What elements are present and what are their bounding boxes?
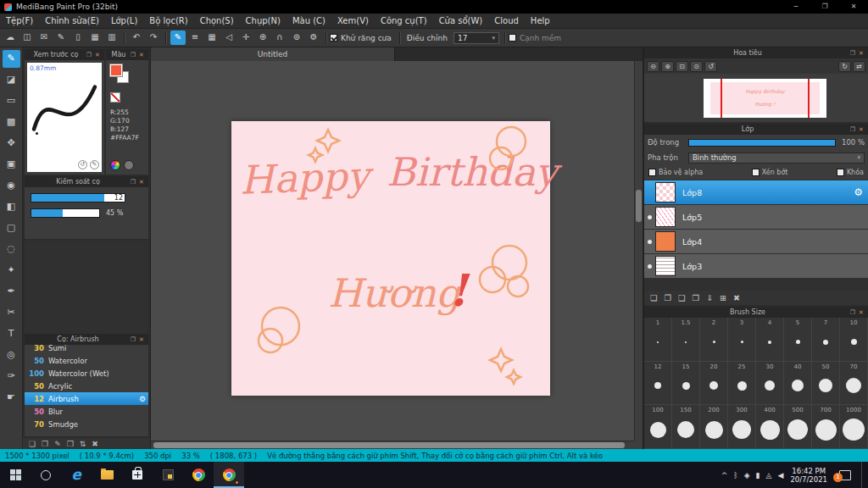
network-icon[interactable]: ◬	[766, 471, 772, 480]
menu-select[interactable]: Chọn(S)	[194, 14, 240, 29]
canvas-viewport[interactable]: Happy Birthday Hương !	[151, 61, 643, 449]
layer-visibility-dot[interactable]	[648, 191, 652, 195]
brush-size-cell[interactable]: 10	[840, 318, 868, 362]
cross-ruler-icon[interactable]: ✛	[238, 30, 253, 45]
panel-popout-icon[interactable]: ❐	[129, 179, 137, 186]
menu-help[interactable]: Help	[525, 14, 556, 29]
maximize-button[interactable]: ❐	[810, 0, 839, 14]
layer-row[interactable]: Lớp8⚙	[644, 180, 868, 204]
transparent-color-swatch[interactable]	[110, 92, 120, 103]
panel-close-icon[interactable]: ✕	[857, 309, 865, 316]
close-button[interactable]: ✕	[839, 0, 868, 14]
layer-row[interactable]: Lớp4	[644, 230, 868, 253]
layer-visibility-dot[interactable]	[648, 264, 652, 269]
zoom-out-icon[interactable]: ⊖	[647, 61, 659, 72]
vertical-scrollbar[interactable]	[634, 61, 643, 441]
taskbar-chrome-2[interactable]	[214, 462, 244, 488]
brush-size-cell[interactable]: 150	[672, 405, 700, 449]
foreground-color-swatch[interactable]	[110, 64, 122, 76]
preview-refresh-icon[interactable]: ↺	[78, 160, 87, 169]
edit-brush-icon[interactable]: ✎	[54, 440, 61, 448]
bucket-tool[interactable]: ◉	[3, 177, 20, 195]
protect-alpha-checkbox[interactable]	[648, 169, 656, 176]
navigator-preview[interactable]: Happy Birthday Hương !	[704, 79, 826, 118]
pattern-tool[interactable]: ▩	[3, 114, 20, 131]
lasso-tool[interactable]: ◌	[3, 241, 20, 258]
panel-close-icon[interactable]: ✕	[137, 179, 146, 186]
brush-size-cell[interactable]: 500	[784, 405, 812, 449]
brush-size-cell[interactable]: 1.5	[672, 318, 700, 362]
brush-size-cell[interactable]: 2	[700, 318, 728, 362]
soft-edge-checkbox[interactable]	[509, 34, 516, 42]
panel-close-icon[interactable]: ✕	[857, 50, 865, 57]
flip-view-icon[interactable]: ⇄	[853, 61, 865, 72]
edit-canvas-icon[interactable]: ✎	[53, 30, 69, 45]
panel-popout-icon[interactable]: ❐	[849, 50, 857, 57]
actual-size-icon[interactable]: ⊙	[690, 61, 703, 72]
fit-window-icon[interactable]: ⊡	[676, 61, 688, 72]
perspective-ruler-icon[interactable]: ◁	[221, 30, 236, 45]
select-pen-tool[interactable]: ✒	[3, 283, 20, 301]
brush-size-cell[interactable]: 700	[812, 405, 840, 449]
zoom-in-icon[interactable]: ⊕	[661, 61, 674, 72]
brush-size-cell[interactable]: 12	[644, 362, 672, 406]
combine-layers-icon[interactable]: ⊞	[720, 293, 726, 302]
brush-size-slider[interactable]: 12	[31, 193, 125, 202]
layer-folder-icon[interactable]: ❒	[693, 293, 700, 302]
preview-settings-icon[interactable]: ✎	[90, 160, 99, 169]
gradient-tool[interactable]: ◧	[3, 198, 20, 216]
sort-brushes-icon[interactable]: ⇅	[80, 440, 86, 448]
panel-popout-icon[interactable]: ❐	[849, 309, 857, 316]
duplicate-layer-icon[interactable]: ❐	[665, 293, 672, 302]
menu-filter[interactable]: Bộ lọc(R)	[143, 14, 193, 29]
brush-size-cell[interactable]: 30	[756, 362, 784, 406]
brush-size-cell[interactable]: 100	[644, 405, 672, 449]
rotate-view-icon[interactable]: ↻	[838, 61, 851, 72]
panel-popout-icon[interactable]: ❐	[129, 52, 137, 58]
grid-icon[interactable]: ▦	[87, 30, 103, 45]
brush-item[interactable]: 50Acrylic	[25, 380, 148, 392]
brush-size-cell[interactable]: 4	[756, 318, 784, 362]
adjust-dropdown[interactable]: 17 ▾	[453, 32, 499, 44]
layer-row[interactable]: Lớp3	[644, 254, 868, 278]
brush-opacity-slider[interactable]	[31, 208, 100, 218]
shape-tool[interactable]: ▣	[3, 156, 20, 174]
brush-size-cell[interactable]: 15	[672, 362, 700, 406]
menu-color[interactable]: Màu (C)	[287, 14, 331, 29]
text-tool[interactable]: T	[3, 325, 20, 343]
layer-settings-gear-icon[interactable]: ⚙	[854, 186, 863, 198]
taskbar-store[interactable]	[122, 462, 153, 488]
delete-layer-icon[interactable]: ✖	[733, 293, 740, 302]
move-tool[interactable]: ✥	[3, 135, 20, 152]
blend-mode-dropdown[interactable]: Bình thường ▾	[688, 152, 865, 164]
grid-ruler-icon[interactable]: ▦	[204, 30, 220, 45]
marquee-tool[interactable]: ▢	[3, 219, 20, 237]
minimize-button[interactable]: ─	[782, 0, 810, 14]
eyedropper-tool[interactable]: ◎	[3, 347, 20, 364]
taskbar-pinned-app[interactable]	[153, 462, 183, 488]
menu-layer[interactable]: Lớp(L)	[105, 14, 143, 29]
brush-size-cell[interactable]: 7	[812, 318, 840, 362]
antialias-checkbox[interactable]	[330, 34, 337, 42]
panel-close-icon[interactable]: ✕	[137, 52, 146, 58]
tray-expand-icon[interactable]: ^	[721, 471, 728, 480]
transfer-layer-icon[interactable]: ❑	[678, 293, 686, 302]
layer-row[interactable]: Lớp5	[644, 205, 868, 229]
brush-size-cell[interactable]: 400	[756, 405, 784, 449]
save-icon[interactable]: ◫	[19, 30, 35, 45]
bluetooth-icon[interactable]: ᛒ	[733, 471, 737, 480]
brush-item[interactable]: 50Watercolor	[25, 354, 148, 367]
divide-tool[interactable]: ✂	[3, 304, 20, 322]
eraser-tool[interactable]: ◪	[3, 71, 20, 89]
battery-icon[interactable]: ▮	[756, 471, 760, 480]
pen-tool[interactable]: ✑	[3, 368, 20, 385]
lock-checkbox[interactable]	[837, 169, 844, 176]
color-wheel-icon[interactable]	[110, 160, 120, 170]
brush-size-cell[interactable]: 200	[700, 405, 728, 449]
brush-size-cell[interactable]: 1	[644, 318, 672, 362]
vanishing-point-icon[interactable]: ⊚	[289, 30, 304, 45]
brush-size-cell[interactable]: 70	[840, 362, 868, 406]
layer-visibility-dot[interactable]	[648, 240, 652, 244]
document-tab[interactable]: Untitled	[151, 47, 395, 61]
brush-size-cell[interactable]: 50	[812, 362, 840, 406]
